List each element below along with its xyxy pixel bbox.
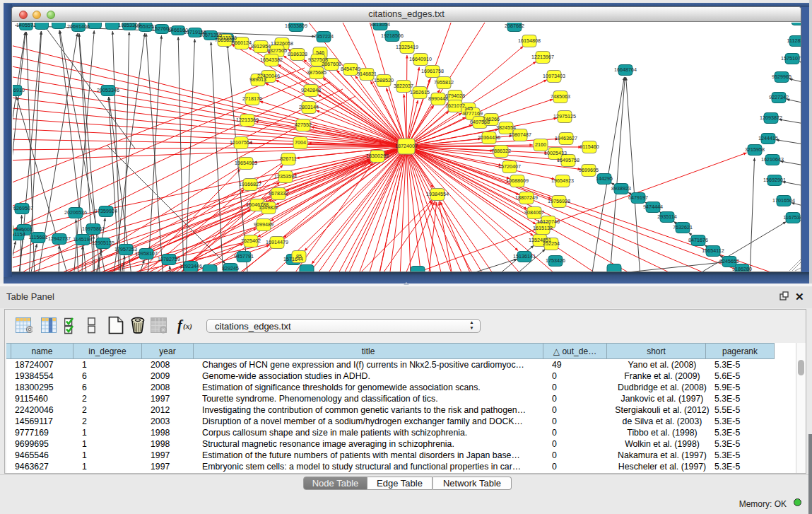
svg-text:10807487: 10807487: [509, 132, 531, 138]
svg-text:2718176: 2718176: [242, 95, 262, 102]
svg-text:3875685: 3875685: [307, 69, 326, 76]
svg-text:85: 85: [296, 253, 302, 259]
svg-text:7004: 7004: [295, 139, 306, 146]
svg-text:1615132: 1615132: [533, 225, 553, 231]
svg-text:427552: 427552: [295, 122, 312, 128]
svg-text:9327505: 9327505: [267, 47, 287, 54]
svg-text:9099489: 9099489: [254, 221, 273, 228]
svg-text:9474444: 9474444: [643, 204, 663, 210]
svg-text:9457791: 9457791: [234, 253, 254, 259]
svg-text:16495758: 16495758: [557, 157, 579, 163]
svg-text:17957253: 17957253: [114, 246, 137, 252]
svg-text:1588520: 1588520: [374, 77, 394, 83]
svg-text:10688609: 10688609: [506, 177, 529, 184]
svg-text:17016504: 17016504: [772, 197, 795, 204]
svg-text:1115681: 1115681: [29, 234, 48, 240]
svg-text:8938923: 8938923: [611, 185, 631, 192]
svg-text:2935114: 2935114: [657, 214, 676, 220]
svg-text:1244415: 1244415: [758, 135, 778, 141]
svg-text:10107554: 10107554: [230, 139, 252, 146]
svg-text:2160: 2160: [535, 141, 546, 148]
svg-text:20691406: 20691406: [67, 23, 90, 30]
svg-text:1405571: 1405571: [16, 23, 36, 28]
svg-text:10973403: 10973403: [543, 73, 565, 79]
svg-text:19463627: 19463627: [555, 135, 577, 141]
svg-text:3824554: 3824554: [496, 124, 516, 131]
svg-text:2087682: 2087682: [505, 23, 524, 29]
svg-text:19384554: 19384554: [426, 191, 449, 197]
svg-text:12942737: 12942737: [48, 235, 71, 242]
svg-text:12213967: 12213967: [531, 54, 554, 60]
svg-text:16120746: 16120746: [537, 218, 560, 225]
svg-text:16033809: 16033809: [285, 23, 307, 29]
svg-text:1621072: 1621072: [445, 103, 465, 109]
svg-text:16640910: 16640910: [409, 56, 432, 62]
svg-text:7886322: 7886322: [491, 148, 511, 154]
svg-text:1753426: 1753426: [546, 257, 565, 264]
svg-text:2867608: 2867608: [322, 61, 341, 67]
svg-text:16914479: 16914479: [266, 239, 288, 245]
svg-text:1167534: 1167534: [783, 214, 801, 221]
svg-text:10782759: 10782759: [158, 256, 180, 262]
svg-text:83700: 83700: [13, 227, 13, 233]
svg-text:6794028: 6794028: [445, 93, 465, 99]
svg-text:19654923: 19654923: [551, 177, 574, 184]
svg-text:15136141: 15136141: [513, 253, 536, 259]
svg-text:12975125: 12975125: [553, 113, 576, 119]
svg-text:7955812: 7955812: [434, 79, 454, 86]
svg-text:26269507: 26269507: [13, 205, 33, 211]
svg-text:19218506: 19218506: [381, 33, 404, 39]
svg-text:2616910: 2616910: [13, 87, 25, 93]
svg-text:19756928: 19756928: [548, 198, 570, 204]
svg-text:15751074: 15751074: [781, 55, 801, 62]
svg-text:13325419: 13325419: [396, 44, 418, 50]
svg-text:9245652: 9245652: [719, 258, 739, 264]
svg-text:746266: 746266: [483, 116, 500, 122]
svg-text:9084067: 9084067: [524, 209, 544, 216]
svg-text:9227342: 9227342: [769, 94, 789, 100]
svg-text:20053346: 20053346: [97, 87, 119, 93]
svg-text:12905135: 12905135: [92, 240, 114, 246]
svg-text:7485063: 7485063: [551, 93, 570, 100]
svg-text:10654112: 10654112: [702, 247, 724, 254]
svg-text:16648764: 16648764: [614, 66, 637, 73]
svg-text:16961758: 16961758: [421, 68, 444, 74]
svg-text:16154808: 16154808: [518, 37, 541, 44]
svg-text:9242848: 9242848: [301, 87, 321, 93]
svg-text:10025433: 10025433: [544, 150, 567, 156]
svg-text:9699695: 9699695: [579, 167, 599, 173]
svg-text:144295: 144295: [596, 175, 613, 182]
svg-text:12923446: 12923446: [180, 263, 202, 269]
svg-text:18807249: 18807249: [515, 194, 538, 201]
svg-text:19654983: 19654983: [235, 160, 257, 166]
svg-text:12093872: 12093872: [760, 115, 782, 121]
svg-text:2803144: 2803144: [299, 104, 319, 110]
svg-text:1112853: 1112853: [787, 37, 801, 44]
svg-text:546: 546: [316, 49, 324, 56]
svg-text:826711: 826711: [280, 156, 296, 162]
svg-text:18300295: 18300295: [366, 153, 389, 159]
svg-text:7357224: 7357224: [314, 33, 334, 40]
svg-text:10975867: 10975867: [82, 226, 105, 232]
svg-text:829245: 829245: [222, 265, 239, 271]
svg-text:18724007: 18724007: [395, 143, 418, 149]
svg-text:7632621: 7632621: [673, 224, 693, 230]
svg-text:16543382: 16543382: [260, 57, 283, 63]
svg-text:15692901: 15692901: [763, 177, 786, 183]
svg-text:3215958: 3215958: [745, 146, 765, 153]
svg-text:20364436: 20364436: [478, 134, 500, 141]
svg-text:9777169: 9777169: [463, 110, 483, 117]
svg-text:7625402: 7625402: [241, 238, 261, 244]
svg-text:991154: 991154: [13, 231, 25, 238]
svg-text:8660124: 8660124: [232, 40, 252, 46]
svg-text:989013: 989013: [249, 76, 266, 83]
svg-text:6479197: 6479197: [628, 194, 648, 201]
svg-text:(x): (x): [183, 322, 192, 331]
svg-text:12213369: 12213369: [236, 117, 259, 123]
svg-text:15720407: 15720407: [498, 163, 521, 170]
svg-text:8186328: 8186328: [288, 51, 307, 57]
svg-text:1549822: 1549822: [259, 204, 278, 211]
svg-text:1145194: 1145194: [73, 236, 92, 243]
svg-text:9146821: 9146821: [357, 71, 377, 77]
svg-text:17359924: 17359924: [95, 208, 117, 214]
